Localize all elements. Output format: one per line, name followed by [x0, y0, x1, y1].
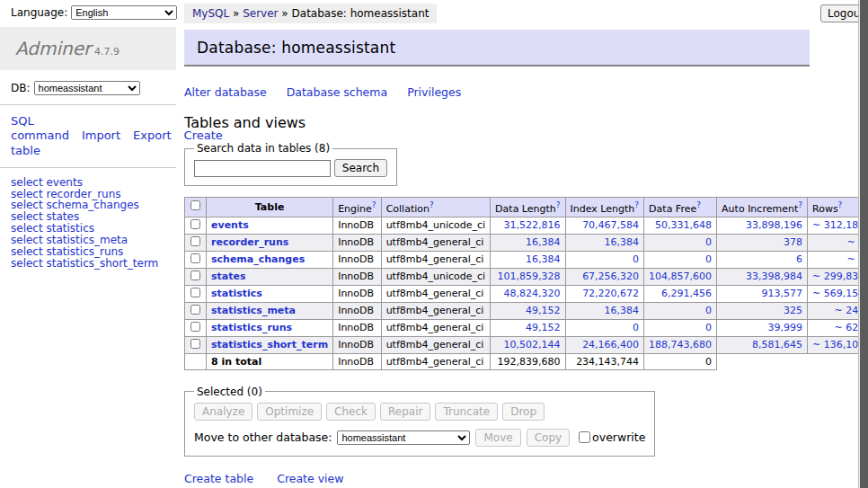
- sidebar-action-export[interactable]: Export: [133, 129, 172, 142]
- table-link-states[interactable]: states: [211, 271, 246, 282]
- table-link-recorder_runs[interactable]: recorder_runs: [211, 236, 288, 248]
- data-free-link[interactable]: 50,331,648: [655, 219, 712, 231]
- table-name-cell: schema_changes: [207, 251, 333, 268]
- optimize-button[interactable]: Optimize: [257, 403, 322, 421]
- data-free-link[interactable]: 188,743,680: [649, 339, 712, 350]
- table-link-events[interactable]: events: [211, 219, 249, 231]
- row-checkbox-statistics_short_term[interactable]: [190, 339, 200, 349]
- copy-button[interactable]: Copy: [527, 429, 570, 447]
- search-input[interactable]: [194, 160, 331, 177]
- totals-engine: InnoDB: [333, 353, 381, 369]
- index-length-link[interactable]: 67,256,320: [582, 271, 639, 282]
- data-length-link[interactable]: 49,152: [526, 322, 561, 333]
- auto-increment-link[interactable]: 39,999: [768, 322, 803, 333]
- drop-button[interactable]: Drop: [502, 403, 545, 421]
- search-fieldset: Search data in tables (8) Search: [184, 142, 397, 186]
- data-free-link[interactable]: 6,291,456: [661, 288, 712, 299]
- rows-link[interactable]: ~ 136,108: [812, 339, 864, 350]
- data-length-link[interactable]: 101,859,328: [498, 271, 561, 282]
- data-length-link[interactable]: 49,152: [526, 305, 561, 316]
- link-database-schema[interactable]: Database schema: [287, 85, 387, 99]
- help-link[interactable]: ?: [372, 200, 376, 209]
- row-checkbox-statistics_runs[interactable]: [190, 322, 200, 332]
- row-checkbox-schema_changes[interactable]: [190, 253, 200, 263]
- scrollbar-thumb[interactable]: [860, 0, 868, 488]
- index-length-link[interactable]: 16,384: [605, 236, 640, 248]
- row-checkbox-statistics_meta[interactable]: [190, 305, 200, 315]
- rows-link[interactable]: ~ 312,180: [812, 219, 864, 231]
- table-link-statistics[interactable]: statistics: [211, 288, 262, 299]
- sidebar-table-statistics_short_term[interactable]: statistics_short_term: [46, 257, 158, 270]
- link-create-view[interactable]: Create view: [277, 472, 343, 485]
- select-link[interactable]: select: [11, 257, 43, 270]
- select-all-checkbox[interactable]: [190, 200, 200, 210]
- help-link[interactable]: ?: [556, 200, 561, 209]
- help-link[interactable]: ?: [798, 200, 802, 209]
- help-link[interactable]: ?: [634, 200, 639, 209]
- data-free-link[interactable]: 0: [705, 253, 712, 265]
- collation-cell: utf8mb4_general_ci: [381, 234, 490, 251]
- check-button[interactable]: Check: [326, 403, 376, 421]
- data-free-link[interactable]: 0: [705, 236, 712, 248]
- auto-increment-link[interactable]: 8,581,645: [752, 339, 802, 350]
- auto-increment-cell: 6: [717, 251, 808, 268]
- help-link[interactable]: ?: [430, 200, 434, 209]
- data-free-link[interactable]: 0: [705, 322, 712, 333]
- search-button[interactable]: Search: [334, 159, 387, 177]
- rows-link[interactable]: ~ 299,833: [812, 271, 864, 282]
- link-privileges[interactable]: Privileges: [407, 85, 461, 99]
- data-length-link[interactable]: 48,824,320: [504, 288, 561, 299]
- vertical-scrollbar[interactable]: [858, 0, 868, 488]
- index-length-link[interactable]: 72,220,672: [582, 288, 639, 299]
- auto-increment-link[interactable]: 6: [796, 253, 802, 265]
- rows-link[interactable]: ~ 569,159: [812, 288, 864, 299]
- overwrite-checkbox[interactable]: [579, 431, 590, 443]
- index-length-link[interactable]: 24,166,400: [582, 339, 639, 350]
- auto-increment-link[interactable]: 913,577: [762, 288, 803, 299]
- index-length-link[interactable]: 16,384: [605, 305, 640, 316]
- auto-increment-link[interactable]: 33,398,984: [746, 271, 802, 282]
- data-free-cell: 0: [644, 234, 717, 251]
- breadcrumb-link-mysql[interactable]: MySQL: [192, 7, 229, 20]
- index-length-link[interactable]: 0: [633, 322, 639, 333]
- data-length-link[interactable]: 10,502,144: [504, 339, 561, 350]
- analyze-button[interactable]: Analyze: [194, 403, 252, 421]
- table-link-schema_changes[interactable]: schema_changes: [211, 253, 305, 265]
- repair-button[interactable]: Repair: [380, 403, 430, 421]
- table-name-cell: events: [207, 217, 333, 234]
- sidebar-action-sql-command[interactable]: SQL command: [11, 114, 69, 142]
- move-db-select[interactable]: homeassistant: [337, 430, 470, 445]
- link-alter-database[interactable]: Alter database: [184, 85, 267, 99]
- data-length-link[interactable]: 16,384: [526, 253, 561, 265]
- auto-increment-link[interactable]: 325: [784, 305, 802, 316]
- db-select[interactable]: homeassistant: [34, 81, 140, 95]
- data-length-cell: 16,384: [491, 251, 565, 268]
- auto-increment-link[interactable]: 33,898,196: [746, 219, 802, 231]
- help-link[interactable]: ?: [838, 200, 843, 209]
- row-checkbox-statistics[interactable]: [190, 288, 200, 297]
- data-length-link[interactable]: 31,522,816: [504, 219, 561, 231]
- collation-cell: utf8mb4_unicode_ci: [381, 268, 490, 285]
- app-version: 4.7.9: [94, 46, 120, 58]
- data-free-link[interactable]: 0: [705, 305, 712, 316]
- row-checkbox-states[interactable]: [190, 271, 200, 280]
- data-length-cell: 10,502,144: [491, 336, 565, 353]
- auto-increment-cell: 33,398,984: [717, 268, 808, 285]
- help-link[interactable]: ?: [696, 200, 701, 209]
- row-checkbox-recorder_runs[interactable]: [190, 236, 200, 246]
- index-length-link[interactable]: 70,467,584: [582, 219, 639, 231]
- table-link-statistics_short_term[interactable]: statistics_short_term: [211, 339, 328, 350]
- data-length-link[interactable]: 16,384: [526, 236, 561, 248]
- index-length-link[interactable]: 0: [633, 253, 639, 265]
- truncate-button[interactable]: Truncate: [435, 403, 498, 421]
- auto-increment-link[interactable]: 378: [784, 236, 802, 248]
- row-checkbox-events[interactable]: [190, 219, 200, 229]
- table-link-statistics_runs[interactable]: statistics_runs: [211, 322, 292, 333]
- breadcrumb-link-server[interactable]: Server: [243, 7, 278, 20]
- link-create-table[interactable]: Create table: [184, 472, 253, 485]
- sidebar-action-import[interactable]: Import: [82, 129, 120, 142]
- data-free-link[interactable]: 104,857,600: [649, 271, 712, 282]
- language-select[interactable]: English: [71, 5, 177, 20]
- move-button[interactable]: Move: [475, 429, 520, 447]
- table-link-statistics_meta[interactable]: statistics_meta: [211, 305, 296, 316]
